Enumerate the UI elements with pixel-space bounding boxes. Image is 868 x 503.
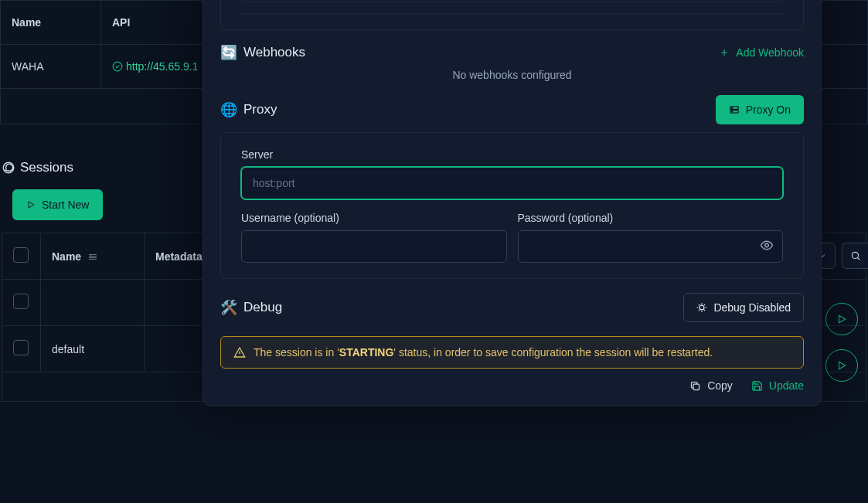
debug-heading: 🛠️ Debug	[220, 299, 282, 316]
server-name: WAHA	[1, 45, 101, 89]
warning-icon	[233, 346, 246, 359]
session-name: default	[41, 326, 145, 372]
webhooks-empty-text: No webhooks configured	[220, 69, 804, 81]
sort-icon: ↑	[89, 254, 97, 260]
play-icon	[836, 314, 847, 325]
add-webhook-button[interactable]: Add Webhook	[719, 46, 804, 59]
update-button[interactable]: Update	[751, 379, 804, 392]
check-circle-icon	[112, 61, 123, 72]
proxy-server-input[interactable]	[241, 167, 783, 199]
copy-button[interactable]: Copy	[689, 379, 733, 392]
svg-point-2	[852, 252, 858, 258]
webhooks-heading: 🔄 Webhooks	[220, 44, 305, 61]
warning-banner: The session is in 'STARTING' status, in …	[220, 336, 804, 369]
svg-point-8	[700, 305, 704, 310]
bug-icon	[696, 302, 707, 313]
webhooks-icon: 🔄	[220, 44, 237, 61]
session-config-modal: 🔄 Webhooks Add Webhook No webhooks confi…	[203, 0, 822, 406]
save-icon	[751, 380, 763, 392]
proxy-form: Server Username (optional) Password (opt…	[220, 132, 804, 279]
divider	[241, 13, 783, 14]
svg-point-5	[731, 107, 732, 108]
username-label: Username (optional)	[241, 212, 507, 224]
proxy-heading: 🌐 Proxy	[220, 101, 277, 118]
start-new-button[interactable]: Start New	[12, 189, 103, 220]
tools-icon: 🛠️	[220, 299, 237, 316]
password-label: Password (optional)	[518, 212, 784, 224]
globe-icon: 🌐	[220, 101, 237, 118]
svg-point-6	[731, 111, 732, 112]
search-button[interactable]	[842, 243, 868, 269]
row-checkbox[interactable]	[13, 294, 29, 309]
proxy-username-input[interactable]	[241, 230, 507, 263]
plus-icon	[719, 47, 730, 58]
debug-toggle-button[interactable]: Debug Disabled	[683, 293, 804, 322]
svg-rect-9	[693, 384, 700, 390]
toggle-password-visibility[interactable]	[760, 239, 774, 255]
sessions-col-name[interactable]: Name ↑	[41, 233, 145, 280]
warning-status: STARTING	[339, 346, 394, 359]
copy-icon	[689, 380, 701, 392]
top-config-box	[220, 0, 804, 30]
col-name: Name	[1, 1, 101, 45]
search-icon	[850, 250, 861, 261]
server-icon	[729, 104, 740, 115]
proxy-password-input[interactable]	[518, 230, 784, 263]
server-label: Server	[241, 148, 783, 161]
svg-point-7	[765, 243, 769, 247]
play-icon	[26, 200, 36, 209]
select-all-checkbox[interactable]	[13, 247, 29, 263]
svg-point-0	[113, 62, 122, 71]
row-checkbox[interactable]	[13, 340, 29, 355]
whatsapp-icon	[2, 161, 15, 175]
eye-icon	[760, 239, 774, 253]
server-api-link[interactable]: http://45.65.9.1	[112, 60, 198, 73]
play-icon	[836, 360, 847, 371]
session-name	[41, 280, 145, 326]
divider	[241, 2, 783, 2]
row-play-button[interactable]	[825, 349, 858, 382]
proxy-toggle-button[interactable]: Proxy On	[716, 95, 804, 124]
